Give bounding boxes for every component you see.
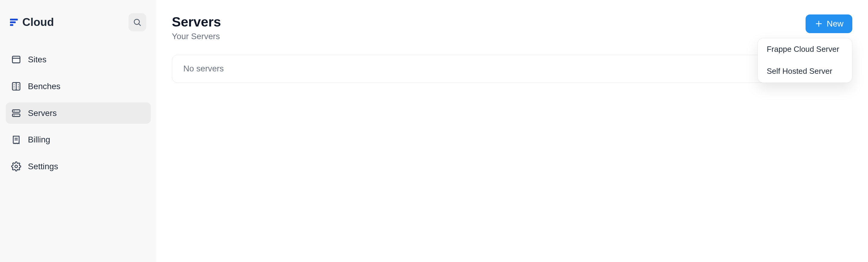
stack-icon bbox=[11, 108, 21, 118]
dropdown-item-label: Self Hosted Server bbox=[767, 67, 832, 75]
plus-icon bbox=[814, 19, 824, 28]
svg-rect-13 bbox=[12, 114, 20, 116]
page-header: Servers Your Servers New bbox=[172, 14, 852, 41]
main-content: Servers Your Servers New No servers Frap… bbox=[156, 0, 868, 262]
dropdown-item-label: Frappe Cloud Server bbox=[767, 45, 839, 53]
svg-rect-12 bbox=[12, 110, 20, 112]
sidebar-item-settings[interactable]: Settings bbox=[6, 156, 151, 177]
svg-rect-2 bbox=[12, 56, 20, 63]
sidebar-item-label: Benches bbox=[28, 82, 60, 91]
dropdown-item-frappe-cloud-server[interactable]: Frappe Cloud Server bbox=[758, 38, 852, 60]
search-button[interactable] bbox=[128, 13, 146, 31]
sidebar-item-billing[interactable]: Billing bbox=[6, 129, 151, 150]
search-icon bbox=[133, 18, 142, 27]
sidebar-item-servers[interactable]: Servers bbox=[6, 102, 151, 123]
sidebar-item-label: Servers bbox=[28, 108, 57, 118]
page-subtitle: Your Servers bbox=[172, 32, 221, 41]
brand-logo[interactable]: Cloud bbox=[10, 16, 54, 29]
brand-mark-icon bbox=[10, 19, 18, 26]
servers-list-card: No servers bbox=[172, 55, 852, 83]
columns-icon bbox=[11, 81, 21, 91]
sidebar-item-label: Sites bbox=[28, 55, 46, 65]
sidebar-item-sites[interactable]: Sites bbox=[6, 49, 151, 70]
browser-icon bbox=[11, 54, 21, 65]
gear-icon bbox=[11, 161, 21, 171]
new-button[interactable]: New bbox=[806, 14, 852, 33]
svg-line-1 bbox=[139, 24, 141, 26]
page-title-block: Servers Your Servers bbox=[172, 14, 221, 41]
dropdown-item-self-hosted-server[interactable]: Self Hosted Server bbox=[758, 60, 852, 82]
new-server-dropdown: Frappe Cloud Server Self Hosted Server bbox=[757, 38, 852, 83]
sidebar-item-label: Billing bbox=[28, 135, 50, 145]
sidebar-item-benches[interactable]: Benches bbox=[6, 76, 151, 97]
sidebar: Cloud Sites bbox=[0, 0, 156, 262]
new-button-label: New bbox=[827, 19, 843, 29]
brand-name: Cloud bbox=[22, 16, 54, 29]
sidebar-nav: Sites Benches bbox=[6, 49, 151, 177]
sidebar-header: Cloud bbox=[6, 9, 151, 36]
receipt-icon bbox=[11, 135, 21, 145]
svg-point-18 bbox=[15, 165, 17, 168]
sidebar-item-label: Settings bbox=[28, 162, 58, 171]
svg-point-0 bbox=[134, 19, 140, 25]
empty-state-message: No servers bbox=[183, 64, 224, 73]
page-title: Servers bbox=[172, 14, 221, 30]
